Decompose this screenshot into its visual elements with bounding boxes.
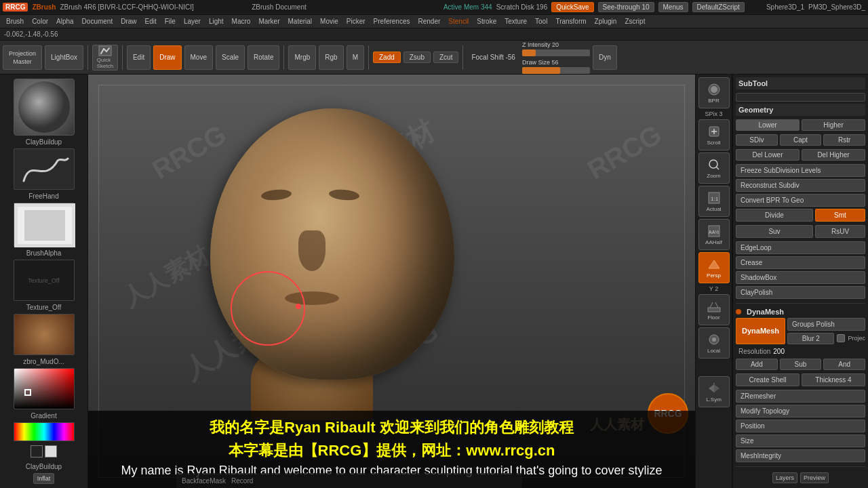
- rsuv-button[interactable]: RsUV: [815, 225, 865, 238]
- lightbox-button[interactable]: LightBox: [45, 45, 83, 70]
- menu-zscript[interactable]: Zscript: [621, 17, 648, 26]
- quick-sketch-button[interactable]: QuickSketch: [92, 45, 118, 70]
- quicksave-button[interactable]: QuickSave: [551, 2, 593, 12]
- del-higher-button[interactable]: Del Higher: [802, 149, 865, 161]
- freehand-brush[interactable]: [14, 148, 75, 190]
- blur-button[interactable]: Blur 2: [787, 333, 834, 344]
- and-button[interactable]: And: [823, 359, 865, 370]
- size-button[interactable]: Size: [736, 434, 865, 447]
- menu-preferences[interactable]: Preferences: [370, 17, 414, 26]
- rotate-button[interactable]: Rotate: [248, 45, 279, 70]
- preview-button[interactable]: Preview: [800, 472, 829, 483]
- scale-button[interactable]: Scale: [216, 45, 245, 70]
- crease-button[interactable]: Crease: [736, 256, 865, 269]
- zoom-button[interactable]: Zoom: [698, 152, 730, 184]
- default-script-button[interactable]: DefaultZScript: [692, 2, 745, 12]
- mesh-integrity-button[interactable]: MeshIntegrity: [736, 449, 865, 462]
- zadd-button[interactable]: Zadd: [373, 52, 401, 63]
- divide-button[interactable]: Divide: [736, 209, 813, 222]
- sub-button[interactable]: Sub: [780, 359, 822, 370]
- rstr-button[interactable]: Rstr: [823, 134, 865, 146]
- lower-subdiv-button[interactable]: Lower: [736, 119, 800, 131]
- move-button[interactable]: Move: [184, 45, 213, 70]
- bpr-button[interactable]: BPR: [698, 77, 730, 108]
- thickness-button[interactable]: Thickness 4: [802, 373, 865, 386]
- draw-button[interactable]: Draw: [153, 45, 181, 70]
- rgb-button[interactable]: Rgb: [319, 45, 343, 70]
- draw-size-bar[interactable]: Draw Size 56: [522, 59, 590, 74]
- menu-marker[interactable]: Marker: [255, 17, 283, 26]
- menu-zplugin[interactable]: Zplugin: [591, 17, 620, 26]
- draw-size-track[interactable]: [522, 67, 590, 74]
- edit-button[interactable]: Edit: [127, 45, 151, 70]
- menu-color[interactable]: Color: [28, 17, 52, 26]
- menu-brush[interactable]: Brush: [3, 17, 27, 26]
- canvas-area[interactable]: RRCG 人人素材 RRCG 人人素材 RRCG 人人素材 RRCG RRCG: [88, 75, 695, 488]
- persp-button[interactable]: Persp: [698, 252, 730, 283]
- sdiv-button[interactable]: SDiv: [736, 134, 778, 146]
- mrgb-button[interactable]: Mrgb: [288, 45, 316, 70]
- layers-button[interactable]: Layers: [772, 472, 797, 483]
- capt-button[interactable]: Capt: [780, 134, 822, 146]
- floor-button[interactable]: Floor: [698, 294, 730, 325]
- zcut-button[interactable]: Zcut: [433, 52, 458, 63]
- menu-alpha[interactable]: Alpha: [53, 17, 77, 26]
- zsub-button[interactable]: Zsub: [403, 52, 431, 63]
- black-swatch[interactable]: [31, 445, 43, 458]
- shadowbox-button[interactable]: ShadowBox: [736, 271, 865, 284]
- menu-movie[interactable]: Movie: [317, 17, 342, 26]
- menu-material[interactable]: Material: [285, 17, 316, 26]
- scroll-button[interactable]: Scroll: [698, 119, 730, 150]
- aahalf-button[interactable]: AA½ AAHalf: [698, 219, 730, 250]
- reconstruct-subdiv-button[interactable]: Reconstruct Subdiv: [736, 179, 865, 192]
- edgeloop-button[interactable]: EdgeLoop: [736, 241, 865, 254]
- menu-texture[interactable]: Texture: [501, 17, 530, 26]
- local-button[interactable]: Local: [698, 327, 730, 359]
- groups-polish-button[interactable]: Groups Polish: [787, 318, 865, 331]
- zbro-mud-preview[interactable]: [14, 314, 75, 355]
- m-button[interactable]: M: [347, 45, 364, 70]
- color-gradient-strip[interactable]: [14, 422, 75, 441]
- lsym-button[interactable]: L.Sym: [698, 376, 730, 407]
- create-shell-button[interactable]: Create Shell: [736, 373, 800, 386]
- menu-layer[interactable]: Layer: [180, 17, 204, 26]
- inflat-button[interactable]: Inflat: [33, 473, 55, 484]
- dyn-button[interactable]: Dyn: [593, 45, 617, 70]
- modify-topology-button[interactable]: Modify Topology: [736, 405, 865, 418]
- color-swatch[interactable]: [14, 368, 75, 409]
- texture-off[interactable]: Texture_Off: [14, 260, 75, 301]
- freeze-subdiv-button[interactable]: Freeze SubDivision Levels: [736, 164, 865, 177]
- higher-subdiv-button[interactable]: Higher: [802, 119, 865, 131]
- projection-master-button[interactable]: Projection Master: [3, 45, 42, 70]
- brush-alpha[interactable]: [14, 203, 75, 247]
- menu-macro[interactable]: Macro: [229, 17, 254, 26]
- menu-edit[interactable]: Edit: [142, 17, 160, 26]
- dynamesh-button[interactable]: DynaMesh: [736, 318, 785, 344]
- white-swatch[interactable]: [45, 445, 57, 458]
- menu-light[interactable]: Light: [205, 17, 227, 26]
- menu-document[interactable]: Document: [79, 17, 117, 26]
- subtool-list[interactable]: [736, 93, 865, 102]
- project-checkbox[interactable]: [837, 334, 845, 342]
- zremesher-button[interactable]: ZRemesher: [736, 390, 865, 403]
- see-through-button[interactable]: See-through 10: [598, 2, 654, 12]
- position-button[interactable]: Position: [736, 420, 865, 432]
- claypolish-button[interactable]: ClayPolish: [736, 286, 865, 299]
- clay-buildup-brush[interactable]: [14, 79, 75, 136]
- z-intensity-track[interactable]: [522, 49, 590, 56]
- menu-tool[interactable]: Tool: [532, 17, 551, 26]
- convert-bpr-button[interactable]: Convert BPR To Geo: [736, 194, 865, 207]
- menus-button[interactable]: Menus: [658, 2, 688, 12]
- menu-stencil[interactable]: Stencil: [445, 17, 472, 26]
- menu-picker[interactable]: Picker: [343, 17, 369, 26]
- suv-button[interactable]: Suv: [736, 225, 813, 238]
- add-button[interactable]: Add: [736, 359, 778, 370]
- z-intensity-bar[interactable]: Z Intensity 20: [522, 41, 590, 56]
- menu-draw[interactable]: Draw: [117, 17, 140, 26]
- menu-stroke[interactable]: Stroke: [473, 17, 500, 26]
- menu-transform[interactable]: Transform: [552, 17, 589, 26]
- actual-button[interactable]: 1:1 Actual: [698, 186, 730, 217]
- menu-file[interactable]: File: [161, 17, 179, 26]
- smt-button[interactable]: Smt: [815, 209, 865, 222]
- menu-render[interactable]: Render: [415, 17, 444, 26]
